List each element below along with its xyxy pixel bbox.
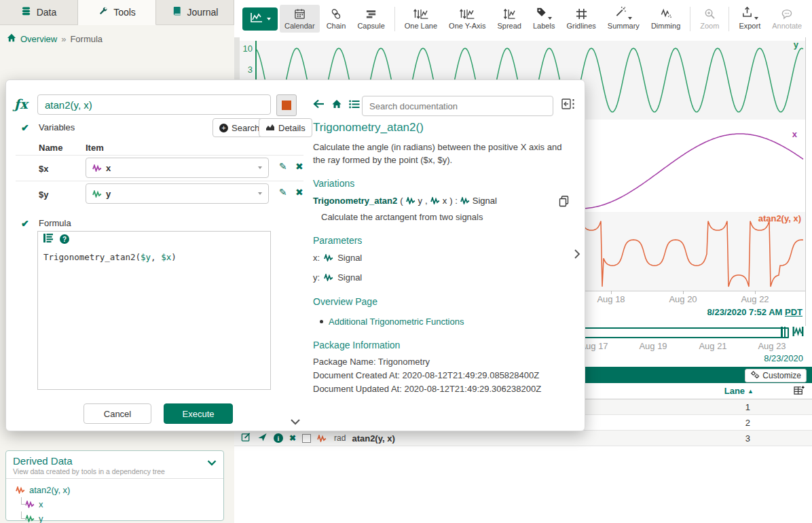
derived-data-header[interactable]: Derived Data View data created by tools … [6, 451, 223, 479]
remove-icon[interactable]: ✖ [289, 433, 296, 443]
capsule-icon [365, 7, 377, 20]
package-name-line: Package Name: Trigonometry [313, 357, 430, 367]
color-swatch-button[interactable] [276, 94, 297, 116]
lane-column-header[interactable]: Lane ▲ [724, 386, 754, 396]
toolbar-divider [690, 7, 690, 31]
signal-icon [25, 515, 35, 522]
breadcrumb-overview-link[interactable]: Overview [20, 34, 57, 44]
area-chart-icon [265, 123, 275, 133]
toolbar-export-button[interactable]: Export [734, 5, 765, 33]
cancel-button[interactable]: Cancel [84, 403, 151, 424]
section-check-icon: ✔ [21, 218, 29, 229]
toolbar-calendar-button[interactable]: Calendar [280, 5, 320, 33]
lane-label-x[interactable]: x [792, 129, 797, 139]
docs-nav [313, 99, 360, 111]
tree-child-y-link[interactable]: y [39, 513, 43, 523]
toolbar-gridlines-button[interactable]: Gridlines [561, 5, 600, 33]
dimming-icon [660, 7, 672, 20]
toolbar-one-lane-button[interactable]: One Lane [400, 5, 442, 33]
details-row-3[interactable]: i ✖ rad atan2(y, x) 3 [234, 431, 812, 446]
timebar-label: Aug 19 [629, 341, 677, 351]
item-name[interactable]: atan2(y, x) [352, 433, 394, 444]
details-toggle-button[interactable]: Details [259, 118, 312, 137]
one-y-axis-icon [459, 7, 475, 20]
tab-tools-label: Tools [113, 7, 136, 18]
execute-button[interactable]: Execute [164, 403, 233, 424]
variable-y-item-select[interactable]: y [86, 183, 269, 204]
toolbar-annotate-button[interactable]: Annotate [767, 5, 807, 33]
home-icon[interactable] [7, 33, 16, 44]
tab-tools[interactable]: Tools [78, 0, 156, 25]
copy-icon[interactable] [559, 196, 569, 209]
formula-name-input[interactable] [37, 94, 271, 115]
chevron-down-icon [754, 17, 758, 20]
edit-icon[interactable] [241, 432, 251, 444]
next-chevron-icon[interactable] [574, 249, 580, 262]
auto-update-icon[interactable] [792, 326, 804, 339]
y-axis-tick-10: 10 [239, 43, 253, 54]
docs-home-icon[interactable] [331, 99, 342, 111]
x-axis-tick-label: Aug 22 [731, 294, 779, 304]
toolbar-zoom-button[interactable]: Zoom [695, 5, 724, 33]
toolbar-dimming-button[interactable]: Dimming [646, 5, 685, 33]
toolbar-labels-button[interactable]: Labels [528, 5, 559, 33]
toolbar-summary-button[interactable]: Summary [603, 5, 644, 33]
row-checkbox[interactable] [302, 434, 311, 443]
tree-node-child: y [25, 511, 223, 523]
help-icon[interactable]: ? [60, 234, 69, 244]
edit-variable-icon[interactable]: ✎ [279, 187, 287, 198]
formula-code-editor[interactable]: Trigonometry_atan2($y, $x) [37, 247, 271, 390]
docs-description: Calculate the angle (in radians) between… [313, 141, 574, 167]
lane-label-atan2[interactable]: atan2(y, x) [758, 213, 801, 223]
toolbar-divider [728, 7, 729, 31]
docs-search-input[interactable] [362, 96, 553, 116]
tree-root-link[interactable]: atan2(y, x) [29, 485, 70, 495]
examples-icon[interactable] [43, 234, 53, 245]
export-icon [741, 6, 753, 20]
seeq-workbench: Data Tools Journal Overview » Formula C [0, 0, 812, 523]
customize-button[interactable]: Customize [745, 369, 807, 382]
speech-bubble-icon [781, 7, 793, 20]
book-icon [172, 6, 182, 18]
variable-row-x: $x x ✎ ✖ [16, 155, 303, 181]
formula-editor-toolbar: ? [37, 231, 271, 247]
toolbar-one-y-axis-button[interactable]: One Y-Axis [444, 5, 490, 33]
collapse-chevron-icon[interactable] [207, 458, 217, 468]
range-handle[interactable] [781, 327, 786, 338]
chain-icon [331, 7, 342, 20]
column-header-item: Item [86, 143, 104, 153]
collapse-dialog-chevron-icon[interactable] [290, 417, 301, 427]
chevron-down-icon [548, 17, 552, 20]
chevron-down-icon [258, 192, 262, 195]
trend-toolbar: Calendar Chain Capsule One Lane One Y-Ax… [234, 0, 812, 37]
variable-x-item-select[interactable]: x [86, 158, 269, 178]
view-selector-button[interactable] [242, 7, 278, 31]
info-icon[interactable]: i [274, 433, 283, 443]
index-list-icon[interactable] [349, 100, 360, 111]
signal-icon [430, 197, 440, 204]
add-column-icon[interactable] [794, 385, 805, 398]
remove-variable-icon[interactable]: ✖ [295, 187, 303, 198]
derived-data-title: Derived Data [13, 455, 217, 467]
edit-variable-icon[interactable]: ✎ [279, 161, 287, 172]
back-icon[interactable] [313, 99, 325, 111]
tab-data[interactable]: Data [0, 0, 78, 24]
tab-journal[interactable]: Journal [156, 0, 234, 24]
toolbar-spread-button[interactable]: Spread [493, 5, 526, 33]
toolbar-capsule-button[interactable]: Capsule [352, 5, 389, 33]
variables-heading: Variables [39, 122, 75, 132]
collapse-panel-icon[interactable] [561, 98, 575, 112]
additional-trig-functions-link[interactable]: Additional Trigonometric Functions [329, 317, 464, 327]
lane-label-y[interactable]: y [794, 39, 798, 50]
cursor-timestamp[interactable]: 8/23/2020 7:52 AM PDT [707, 307, 802, 317]
gridlines-icon [576, 7, 587, 20]
send-rocket-icon[interactable] [257, 432, 267, 444]
function-signature: Trigonometry_atan2 ( y , x ) : Signal [313, 196, 497, 206]
tree-child-x-link[interactable]: x [39, 499, 43, 509]
fx-icon: ƒx [14, 96, 28, 111]
remove-variable-icon[interactable]: ✖ [295, 161, 303, 172]
formula-tool-dialog: ƒx ✔ Variables + Search Details Name Ite… [5, 79, 585, 431]
timezone-link[interactable]: PDT [785, 307, 802, 317]
toolbar-chain-button[interactable]: Chain [322, 5, 351, 33]
timebar-date[interactable]: 8/23/2020 [764, 353, 803, 363]
